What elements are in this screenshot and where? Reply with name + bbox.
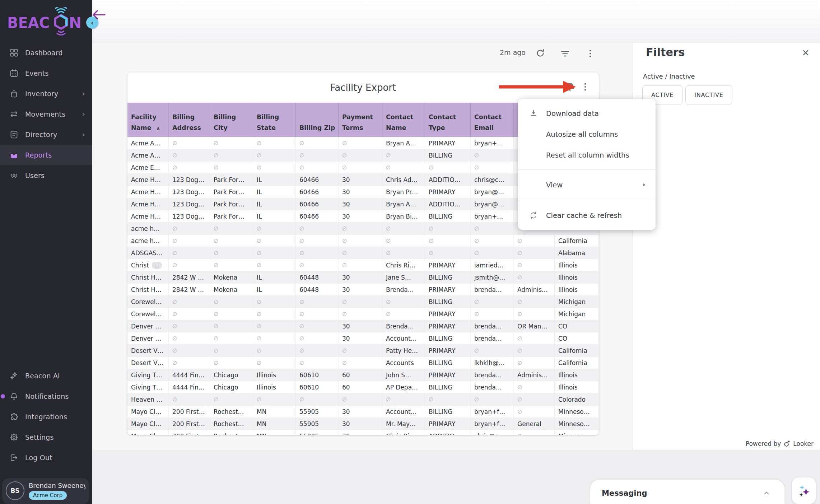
table-cell[interactable]: Christ H… — [127, 271, 169, 284]
table-cell[interactable]: 60466 — [296, 186, 339, 198]
table-cell[interactable]: Illinois — [253, 369, 296, 381]
table-cell[interactable]: 123 Dog… — [169, 174, 210, 186]
table-cell[interactable]: ∅ — [425, 393, 471, 406]
table-cell[interactable]: ADDITIO… — [425, 174, 471, 186]
table-cell[interactable]: ∅ — [253, 259, 296, 271]
table-cell[interactable]: Michigan — [555, 296, 599, 308]
table-options-icon[interactable] — [580, 81, 591, 92]
table-row[interactable]: Denver …∅∅∅∅30Brenda…PRIMARYbrenda…OR Ma… — [127, 320, 599, 332]
table-cell[interactable]: iamried… — [471, 259, 514, 271]
table-cell[interactable]: Illinois — [555, 381, 599, 393]
table-cell[interactable]: Adminis… — [514, 284, 555, 296]
menu-item-download-data[interactable]: Download data — [518, 103, 656, 124]
table-cell[interactable]: Christ… — [127, 259, 169, 271]
table-cell[interactable]: Bryan A… — [382, 137, 425, 149]
table-cell[interactable]: 60610 — [296, 381, 339, 393]
table-cell[interactable]: IL — [253, 210, 296, 223]
table-cell[interactable]: Acme H… — [127, 198, 169, 210]
table-cell[interactable]: ∅ — [339, 162, 382, 174]
table-cell[interactable]: IL — [253, 284, 296, 296]
table-cell[interactable]: ∅ — [514, 247, 555, 259]
table-cell[interactable]: bryan+f… — [471, 418, 514, 430]
menu-item-view[interactable]: View — [518, 174, 656, 196]
table-cell[interactable]: Illinois — [555, 369, 599, 381]
table-cell[interactable]: 123 Dog… — [169, 186, 210, 198]
table-cell[interactable]: Illinois — [555, 271, 599, 284]
table-cell[interactable]: Mokena — [210, 271, 253, 284]
table-cell[interactable]: ∅ — [253, 247, 296, 259]
table-cell[interactable]: ∅ — [339, 357, 382, 369]
table-cell[interactable]: 200 First… — [169, 406, 210, 418]
table-cell[interactable]: ∅ — [382, 223, 425, 235]
table-cell[interactable]: lkhklh@… — [471, 357, 514, 369]
table-cell[interactable]: ∅ — [169, 345, 210, 357]
refresh-icon[interactable] — [535, 48, 546, 59]
table-cell[interactable]: ∅ — [514, 296, 555, 308]
table-cell[interactable]: Corewel… — [127, 308, 169, 320]
column-header-contact-name[interactable]: Contact Name — [382, 103, 425, 137]
table-cell[interactable]: AP Depa… — [382, 381, 425, 393]
table-cell[interactable]: Mayo Cl… — [127, 406, 169, 418]
table-cell[interactable]: BILLING — [425, 271, 471, 284]
table-cell[interactable]: 30 — [339, 332, 382, 345]
table-cell[interactable]: ∅ — [471, 162, 514, 174]
table-cell[interactable]: ∅ — [253, 149, 296, 162]
table-cell[interactable]: Rochest… — [210, 418, 253, 430]
table-row[interactable]: Corewel…∅∅∅∅∅∅PRIMARY∅∅Michigan — [127, 308, 599, 320]
table-cell[interactable]: ∅ — [514, 430, 555, 435]
table-cell[interactable]: Mayo Cl… — [127, 418, 169, 430]
table-cell[interactable]: Michigan — [555, 308, 599, 320]
sidebar-item-inventory[interactable]: Inventory› — [0, 83, 92, 104]
sidebar-item-notifications[interactable]: Notifications — [0, 386, 92, 406]
table-cell[interactable]: 200 First… — [169, 430, 210, 435]
user-card[interactable]: BS Brendan Sweeney Acme Corp — [2, 478, 89, 504]
table-cell[interactable]: Colorado — [555, 393, 599, 406]
table-cell[interactable]: ∅ — [210, 223, 253, 235]
table-cell[interactable]: PRIMARY — [425, 345, 471, 357]
table-cell[interactable]: Denver … — [127, 332, 169, 345]
column-header-contact-email[interactable]: Contact Email — [471, 103, 514, 137]
table-cell[interactable]: 60 — [339, 381, 382, 393]
table-cell[interactable]: Minneso… — [555, 430, 599, 435]
table-cell[interactable]: Minneso… — [555, 406, 599, 418]
table-cell[interactable]: ∅ — [471, 149, 514, 162]
column-header-billing-zip[interactable]: Billing Zip — [296, 103, 339, 137]
table-row[interactable]: Christ H…2842 W …MokenaIL6044830Jane S…B… — [127, 271, 599, 284]
table-cell[interactable]: 30 — [339, 174, 382, 186]
table-cell[interactable]: ∅ — [471, 308, 514, 320]
table-cell[interactable]: Brenda… — [382, 320, 425, 332]
table-cell[interactable]: PRIMARY — [425, 308, 471, 320]
menu-item-clear-cache-refresh[interactable]: Clear cache & refresh — [518, 204, 656, 227]
table-cell[interactable]: ∅ — [471, 247, 514, 259]
table-cell[interactable]: Acme H… — [127, 174, 169, 186]
table-cell[interactable]: 123 Dog… — [169, 198, 210, 210]
table-cell[interactable]: ∅ — [253, 332, 296, 345]
table-cell[interactable]: Bryan Bi… — [382, 210, 425, 223]
table-cell[interactable]: ∅ — [296, 332, 339, 345]
column-header-contact-type[interactable]: Contact Type — [425, 103, 471, 137]
table-cell[interactable]: ∅ — [382, 393, 425, 406]
table-cell[interactable]: Park For… — [210, 186, 253, 198]
table-cell[interactable]: MN — [253, 418, 296, 430]
table-cell[interactable]: ∅ — [471, 235, 514, 247]
table-cell[interactable]: Park For… — [210, 198, 253, 210]
table-cell[interactable]: ∅ — [210, 296, 253, 308]
table-cell[interactable]: ∅ — [253, 393, 296, 406]
table-cell[interactable]: acme h… — [127, 235, 169, 247]
table-row[interactable]: Mayo Cl…200 First…Rochest…MN5590530Accou… — [127, 406, 599, 418]
table-cell[interactable]: ∅ — [514, 345, 555, 357]
table-cell[interactable]: chris@c… — [471, 430, 514, 435]
table-cell[interactable]: Jane S… — [382, 271, 425, 284]
table-cell[interactable]: ∅ — [339, 137, 382, 149]
table-cell[interactable]: 30 — [339, 284, 382, 296]
table-cell[interactable]: ∅ — [296, 235, 339, 247]
table-cell[interactable]: ∅ — [514, 235, 555, 247]
table-cell[interactable]: Chris Ri… — [382, 259, 425, 271]
table-cell[interactable]: ∅ — [514, 381, 555, 393]
table-cell[interactable]: BILLING — [425, 296, 471, 308]
table-cell[interactable]: acme h… — [127, 223, 169, 235]
table-cell[interactable]: ∅ — [169, 149, 210, 162]
table-cell[interactable]: ∅ — [339, 345, 382, 357]
table-cell[interactable]: 30 — [339, 198, 382, 210]
table-cell[interactable]: 60610 — [296, 369, 339, 381]
